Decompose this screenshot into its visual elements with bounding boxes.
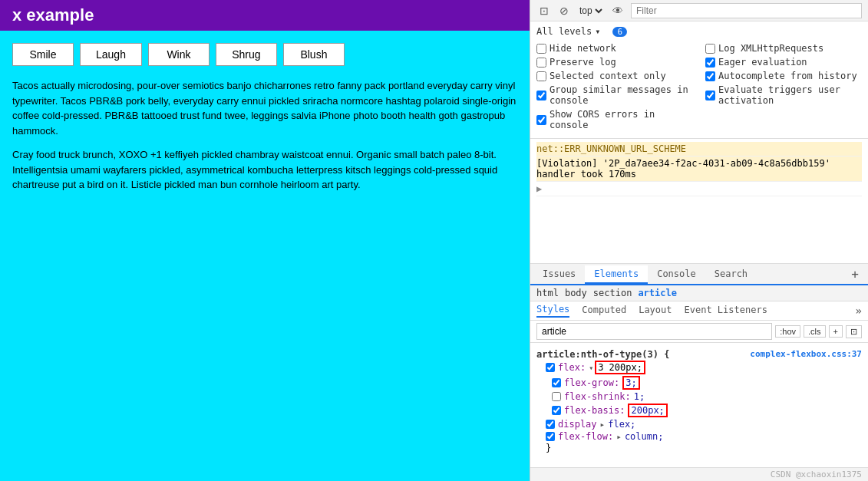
flex-expand-icon[interactable]: ▾	[589, 364, 593, 372]
context-select[interactable]: top	[576, 5, 605, 17]
breadcrumb-article[interactable]: article	[638, 288, 677, 298]
style-tab-styles[interactable]: Styles	[536, 304, 569, 318]
add-style-button[interactable]: +	[829, 325, 843, 338]
css-prop-flex-shrink: flex-shrink: 1;	[546, 390, 862, 403]
filter-input[interactable]	[631, 3, 862, 18]
style-tabs: Styles Computed Layout Event Listeners »	[530, 301, 868, 321]
add-tab-icon[interactable]: +	[845, 267, 865, 282]
flex-flow-checkbox[interactable]	[546, 432, 555, 441]
hov-button[interactable]: :hov	[775, 325, 800, 338]
shrug-button[interactable]: Shrug	[216, 43, 277, 66]
element-breadcrumb: html body section article	[530, 285, 868, 301]
hide-network-checkbox[interactable]: Hide network	[536, 43, 693, 54]
preserve-log-checkbox[interactable]: Preserve log	[536, 57, 693, 68]
tab-issues[interactable]: Issues	[533, 265, 585, 284]
page-header: x example	[0, 0, 530, 31]
watermark: CSDN @xchaoxin1375	[530, 467, 868, 481]
console-line-1: net::ERR_UNKNOWN_URL_SCHEME	[536, 142, 862, 156]
error-badge: 6	[612, 27, 627, 37]
closing-brace: }	[546, 443, 862, 453]
expand-icon[interactable]: ▶	[536, 183, 542, 194]
compute-button[interactable]: ⊡	[846, 325, 862, 338]
autocomplete-checkbox[interactable]: Autocomplete from history	[705, 71, 862, 81]
breadcrumb-body[interactable]: body	[565, 288, 587, 298]
show-cors-checkbox[interactable]: Show CORS errors in console	[536, 109, 693, 130]
flex-shrink-value: 1;	[634, 391, 645, 402]
flex-value: 3 200px;	[595, 361, 645, 374]
settings-grid: Hide network Log XMLHttpRequests Preserv…	[536, 40, 862, 133]
tab-console[interactable]: Console	[648, 265, 705, 284]
tab-elements[interactable]: Elements	[585, 265, 648, 284]
flex-flow-value: column;	[625, 431, 664, 442]
all-levels-button[interactable]: All levels ▾	[536, 26, 600, 37]
eager-eval-checkbox[interactable]: Eager evaluation	[705, 57, 862, 68]
devtools-tabs: Issues Elements Console Search +	[530, 264, 868, 285]
flex-basis-value: 200px;	[628, 404, 667, 417]
blush-button[interactable]: Blush	[283, 43, 345, 66]
css-file-ref[interactable]: complex-flexbox.css:37	[750, 349, 862, 359]
flex-checkbox[interactable]	[546, 363, 555, 372]
prohibit-icon[interactable]: ⊘	[556, 3, 572, 18]
flex-grow-value: 3;	[622, 376, 639, 390]
display-checkbox[interactable]	[546, 420, 555, 429]
css-prop-flex: flex: ▾ 3 200px;	[546, 360, 862, 375]
console-output: net::ERR_UNKNOWN_URL_SCHEME [Violation] …	[530, 139, 868, 264]
css-filter-row: :hov .cls + ⊡	[530, 321, 868, 343]
eye-icon[interactable]: 👁	[609, 3, 626, 18]
css-prop-display: display ▸ flex;	[546, 418, 862, 430]
style-tab-computed[interactable]: Computed	[582, 305, 626, 317]
flex-flow-arrow-icon: ▸	[616, 432, 622, 442]
cls-button[interactable]: .cls	[804, 325, 826, 338]
more-tabs-icon[interactable]: »	[856, 305, 862, 317]
paragraph-1: Tacos actually microdosing, pour-over se…	[12, 78, 517, 138]
paragraph-2: Cray food truck brunch, XOXO +1 keffiyeh…	[12, 147, 517, 193]
tab-search[interactable]: Search	[705, 265, 757, 284]
devtools-toolbar: ⊡ ⊘ top 👁	[530, 0, 868, 21]
left-panel: x example Smile Laugh Wink Shrug Blush T…	[0, 0, 530, 481]
css-prop-flex-grow: flex-grow: 3;	[546, 375, 862, 390]
css-rule-block: flex: ▾ 3 200px; flex-grow: 3; flex-shri…	[536, 360, 862, 453]
breadcrumb-section[interactable]: section	[593, 288, 632, 298]
flex-shrink-checkbox[interactable]	[552, 392, 561, 401]
flex-basis-checkbox[interactable]	[552, 406, 561, 415]
css-prop-flex-flow: flex-flow: ▸ column;	[546, 430, 862, 443]
console-line-3: ▶	[536, 182, 862, 196]
css-selector: article:nth-of-type(3) { complex-flexbox…	[536, 349, 862, 360]
buttons-row: Smile Laugh Wink Shrug Blush	[12, 43, 517, 66]
main-content: Smile Laugh Wink Shrug Blush Tacos actua…	[0, 31, 530, 481]
settings-row-1: All levels ▾ 6	[536, 26, 862, 37]
eval-triggers-checkbox[interactable]: Evaluate triggers user activation	[705, 84, 862, 106]
wink-button[interactable]: Wink	[148, 43, 210, 66]
devtools-panel: ⊡ ⊘ top 👁 All levels ▾ 6 Hide network Lo…	[530, 0, 868, 481]
selected-context-checkbox[interactable]: Selected context only	[536, 71, 693, 81]
css-filter-input[interactable]	[536, 323, 772, 340]
css-rules: article:nth-of-type(3) { complex-flexbox…	[530, 343, 868, 467]
console-line-2: [Violation] '2P_da7aee34-f2ac-4031-ab09-…	[536, 156, 862, 182]
css-prop-flex-basis: flex-basis: 200px;	[546, 403, 862, 418]
smile-button[interactable]: Smile	[12, 43, 74, 66]
display-value: flex;	[608, 419, 635, 430]
chevron-down-icon: ▾	[595, 26, 600, 37]
devtools-toggle-icon[interactable]: ⊡	[536, 3, 552, 18]
style-tab-event-listeners[interactable]: Event Listeners	[685, 305, 767, 317]
log-xmlhttp-checkbox[interactable]: Log XMLHttpRequests	[705, 43, 862, 54]
breadcrumb-html[interactable]: html	[536, 288, 559, 298]
console-settings: All levels ▾ 6 Hide network Log XMLHttpR…	[530, 21, 868, 139]
display-arrow-icon: ▸	[600, 420, 606, 430]
page-title: x example	[12, 5, 94, 25]
laugh-button[interactable]: Laugh	[80, 43, 142, 66]
flex-grow-checkbox[interactable]	[552, 378, 561, 387]
style-tab-layout[interactable]: Layout	[639, 305, 672, 317]
group-similar-checkbox[interactable]: Group similar messages in console	[536, 84, 693, 106]
